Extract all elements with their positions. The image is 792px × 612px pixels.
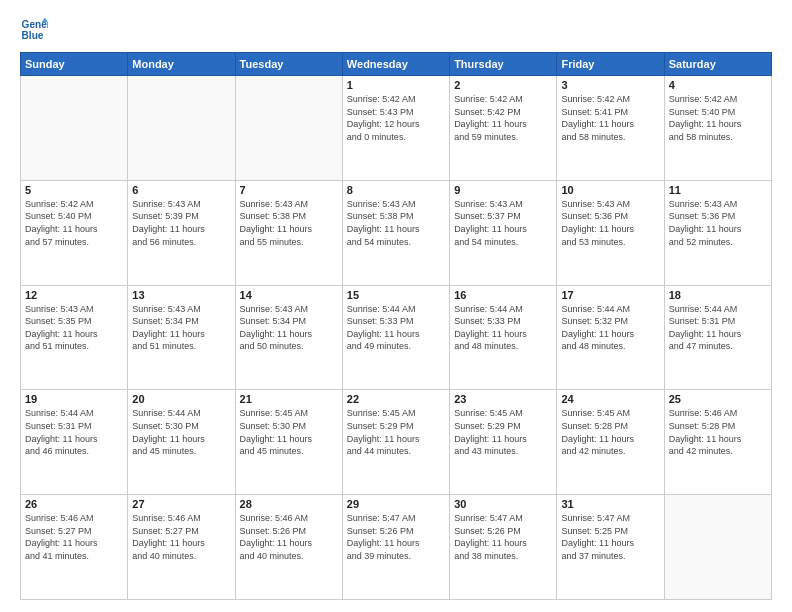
day-info: Sunrise: 5:42 AM Sunset: 5:40 PM Dayligh… [25,198,123,248]
logo: General Blue [20,16,48,44]
day-info: Sunrise: 5:44 AM Sunset: 5:32 PM Dayligh… [561,303,659,353]
weekday-header-tuesday: Tuesday [235,53,342,76]
day-info: Sunrise: 5:42 AM Sunset: 5:42 PM Dayligh… [454,93,552,143]
calendar-cell: 15Sunrise: 5:44 AM Sunset: 5:33 PM Dayli… [342,285,449,390]
day-number: 23 [454,393,552,405]
calendar-cell [128,76,235,181]
week-row-2: 5Sunrise: 5:42 AM Sunset: 5:40 PM Daylig… [21,180,772,285]
calendar-cell: 20Sunrise: 5:44 AM Sunset: 5:30 PM Dayli… [128,390,235,495]
day-info: Sunrise: 5:43 AM Sunset: 5:38 PM Dayligh… [347,198,445,248]
day-info: Sunrise: 5:44 AM Sunset: 5:30 PM Dayligh… [132,407,230,457]
day-number: 29 [347,498,445,510]
calendar-cell: 22Sunrise: 5:45 AM Sunset: 5:29 PM Dayli… [342,390,449,495]
calendar-cell: 7Sunrise: 5:43 AM Sunset: 5:38 PM Daylig… [235,180,342,285]
day-info: Sunrise: 5:43 AM Sunset: 5:36 PM Dayligh… [669,198,767,248]
calendar-cell: 12Sunrise: 5:43 AM Sunset: 5:35 PM Dayli… [21,285,128,390]
week-row-1: 1Sunrise: 5:42 AM Sunset: 5:43 PM Daylig… [21,76,772,181]
weekday-header-wednesday: Wednesday [342,53,449,76]
day-info: Sunrise: 5:44 AM Sunset: 5:31 PM Dayligh… [669,303,767,353]
weekday-header-saturday: Saturday [664,53,771,76]
day-number: 17 [561,289,659,301]
day-number: 16 [454,289,552,301]
day-info: Sunrise: 5:43 AM Sunset: 5:34 PM Dayligh… [132,303,230,353]
logo-icon: General Blue [20,16,48,44]
day-info: Sunrise: 5:46 AM Sunset: 5:28 PM Dayligh… [669,407,767,457]
day-number: 2 [454,79,552,91]
header: General Blue [20,16,772,44]
day-info: Sunrise: 5:47 AM Sunset: 5:26 PM Dayligh… [347,512,445,562]
day-number: 27 [132,498,230,510]
day-number: 13 [132,289,230,301]
day-number: 30 [454,498,552,510]
calendar-cell: 19Sunrise: 5:44 AM Sunset: 5:31 PM Dayli… [21,390,128,495]
calendar-cell [21,76,128,181]
day-info: Sunrise: 5:44 AM Sunset: 5:31 PM Dayligh… [25,407,123,457]
day-number: 24 [561,393,659,405]
calendar-cell: 16Sunrise: 5:44 AM Sunset: 5:33 PM Dayli… [450,285,557,390]
calendar-cell: 11Sunrise: 5:43 AM Sunset: 5:36 PM Dayli… [664,180,771,285]
day-info: Sunrise: 5:45 AM Sunset: 5:30 PM Dayligh… [240,407,338,457]
calendar-cell [235,76,342,181]
calendar-cell: 14Sunrise: 5:43 AM Sunset: 5:34 PM Dayli… [235,285,342,390]
day-info: Sunrise: 5:43 AM Sunset: 5:36 PM Dayligh… [561,198,659,248]
day-number: 26 [25,498,123,510]
calendar-cell: 5Sunrise: 5:42 AM Sunset: 5:40 PM Daylig… [21,180,128,285]
day-number: 11 [669,184,767,196]
calendar-cell: 28Sunrise: 5:46 AM Sunset: 5:26 PM Dayli… [235,495,342,600]
day-info: Sunrise: 5:43 AM Sunset: 5:35 PM Dayligh… [25,303,123,353]
day-info: Sunrise: 5:43 AM Sunset: 5:39 PM Dayligh… [132,198,230,248]
day-number: 31 [561,498,659,510]
calendar-cell: 13Sunrise: 5:43 AM Sunset: 5:34 PM Dayli… [128,285,235,390]
day-number: 1 [347,79,445,91]
day-info: Sunrise: 5:47 AM Sunset: 5:26 PM Dayligh… [454,512,552,562]
calendar-cell: 24Sunrise: 5:45 AM Sunset: 5:28 PM Dayli… [557,390,664,495]
day-info: Sunrise: 5:42 AM Sunset: 5:43 PM Dayligh… [347,93,445,143]
day-info: Sunrise: 5:44 AM Sunset: 5:33 PM Dayligh… [454,303,552,353]
calendar-cell [664,495,771,600]
calendar-cell: 30Sunrise: 5:47 AM Sunset: 5:26 PM Dayli… [450,495,557,600]
day-info: Sunrise: 5:46 AM Sunset: 5:27 PM Dayligh… [132,512,230,562]
day-number: 19 [25,393,123,405]
calendar-cell: 23Sunrise: 5:45 AM Sunset: 5:29 PM Dayli… [450,390,557,495]
day-number: 9 [454,184,552,196]
calendar-cell: 1Sunrise: 5:42 AM Sunset: 5:43 PM Daylig… [342,76,449,181]
day-number: 12 [25,289,123,301]
page: General Blue SundayMondayTuesdayWednesda… [0,0,792,612]
day-info: Sunrise: 5:43 AM Sunset: 5:38 PM Dayligh… [240,198,338,248]
weekday-header-thursday: Thursday [450,53,557,76]
week-row-5: 26Sunrise: 5:46 AM Sunset: 5:27 PM Dayli… [21,495,772,600]
weekday-header-friday: Friday [557,53,664,76]
day-number: 20 [132,393,230,405]
calendar-cell: 3Sunrise: 5:42 AM Sunset: 5:41 PM Daylig… [557,76,664,181]
day-number: 15 [347,289,445,301]
day-number: 28 [240,498,338,510]
day-number: 25 [669,393,767,405]
day-info: Sunrise: 5:44 AM Sunset: 5:33 PM Dayligh… [347,303,445,353]
calendar-table: SundayMondayTuesdayWednesdayThursdayFrid… [20,52,772,600]
day-info: Sunrise: 5:45 AM Sunset: 5:29 PM Dayligh… [454,407,552,457]
day-number: 8 [347,184,445,196]
calendar-cell: 31Sunrise: 5:47 AM Sunset: 5:25 PM Dayli… [557,495,664,600]
day-info: Sunrise: 5:47 AM Sunset: 5:25 PM Dayligh… [561,512,659,562]
day-info: Sunrise: 5:46 AM Sunset: 5:27 PM Dayligh… [25,512,123,562]
weekday-header-sunday: Sunday [21,53,128,76]
calendar-cell: 25Sunrise: 5:46 AM Sunset: 5:28 PM Dayli… [664,390,771,495]
day-number: 4 [669,79,767,91]
day-info: Sunrise: 5:45 AM Sunset: 5:28 PM Dayligh… [561,407,659,457]
calendar-cell: 17Sunrise: 5:44 AM Sunset: 5:32 PM Dayli… [557,285,664,390]
day-info: Sunrise: 5:42 AM Sunset: 5:40 PM Dayligh… [669,93,767,143]
day-number: 14 [240,289,338,301]
day-number: 7 [240,184,338,196]
day-number: 5 [25,184,123,196]
week-row-3: 12Sunrise: 5:43 AM Sunset: 5:35 PM Dayli… [21,285,772,390]
day-info: Sunrise: 5:46 AM Sunset: 5:26 PM Dayligh… [240,512,338,562]
day-info: Sunrise: 5:42 AM Sunset: 5:41 PM Dayligh… [561,93,659,143]
calendar-cell: 10Sunrise: 5:43 AM Sunset: 5:36 PM Dayli… [557,180,664,285]
day-number: 22 [347,393,445,405]
day-number: 21 [240,393,338,405]
day-info: Sunrise: 5:43 AM Sunset: 5:34 PM Dayligh… [240,303,338,353]
calendar-cell: 4Sunrise: 5:42 AM Sunset: 5:40 PM Daylig… [664,76,771,181]
day-info: Sunrise: 5:45 AM Sunset: 5:29 PM Dayligh… [347,407,445,457]
calendar-cell: 29Sunrise: 5:47 AM Sunset: 5:26 PM Dayli… [342,495,449,600]
day-number: 18 [669,289,767,301]
